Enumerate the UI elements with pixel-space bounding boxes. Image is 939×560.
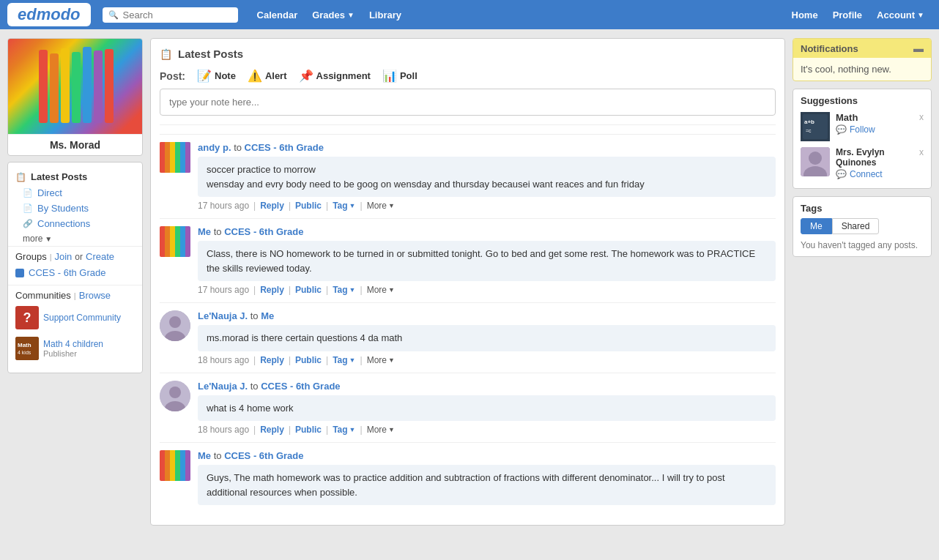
- sep3: |: [326, 285, 328, 295]
- post-author-link[interactable]: Le'Nauja J.: [198, 310, 248, 321]
- post-input-wrap: [160, 89, 776, 125]
- tags-card: Tags Me Shared You haven't tagged any po…: [793, 196, 932, 257]
- post-target-link[interactable]: CCES - 6th Grade: [245, 142, 324, 153]
- tag-tab-shared[interactable]: Shared: [832, 218, 880, 234]
- post-target-link[interactable]: CCES - 6th Grade: [261, 381, 340, 392]
- post-more-link[interactable]: More▼: [367, 285, 395, 295]
- svg-rect-2: [61, 48, 70, 123]
- follow-icon: 💬: [836, 124, 847, 135]
- group-color-dot: [15, 269, 24, 277]
- tag-chevron-icon: ▼: [349, 202, 356, 209]
- community-item-support[interactable]: ? Support Community: [15, 304, 135, 332]
- group-name: CCES - 6th Grade: [29, 267, 106, 278]
- post-header: andy p. to CCES - 6th Grade: [198, 142, 776, 153]
- svg-rect-33: [185, 450, 190, 481]
- groups-join-link[interactable]: Join: [55, 251, 73, 262]
- post-header: Le'Nauja J. to Me: [198, 310, 776, 321]
- post-author-link[interactable]: Le'Nauja J.: [198, 381, 248, 392]
- tag-chevron-icon: ▼: [349, 286, 356, 294]
- community-item-math[interactable]: Math4 kids Math 4 children Publisher: [15, 335, 135, 362]
- nav-dropdown-grades[interactable]: Grades ▼: [305, 5, 362, 25]
- svg-rect-7: [15, 337, 39, 360]
- svg-rect-13: [175, 142, 180, 173]
- svg-rect-21: [185, 226, 190, 257]
- posts-card: 📋 Latest Posts Post: 📝 Note ⚠️ Alert: [150, 38, 785, 526]
- sep3: |: [326, 201, 328, 211]
- groups-create-link[interactable]: Create: [86, 251, 114, 262]
- search-input[interactable]: [123, 10, 218, 20]
- notifications-body: It's cool, nothing new.: [793, 58, 931, 81]
- profile-card: Ms. Morad: [7, 38, 143, 156]
- svg-rect-14: [180, 142, 185, 173]
- more-chevron-icon: ▼: [388, 426, 395, 433]
- tags-title: Tags: [801, 203, 924, 214]
- post-tag-link[interactable]: Tag▼: [333, 285, 355, 295]
- post-reply-link[interactable]: Reply: [260, 425, 284, 435]
- post-public-link[interactable]: Public: [295, 425, 322, 435]
- sidebar-item-connections[interactable]: 🔗 Connections: [8, 216, 142, 231]
- nav-link-library[interactable]: Library: [362, 5, 409, 25]
- post-public-link[interactable]: Public: [295, 285, 322, 295]
- tag-chevron-icon: ▼: [349, 426, 356, 433]
- svg-rect-19: [175, 226, 180, 257]
- post-author-link[interactable]: Me: [198, 450, 211, 461]
- alert-icon: ⚠️: [248, 69, 262, 83]
- left-sidebar: Ms. Morad 📋 Latest Posts 📄 Direct 📄 By S…: [7, 38, 143, 373]
- nav-dropdown-account[interactable]: Account ▼: [869, 5, 932, 25]
- post-target-link[interactable]: Me: [261, 310, 274, 321]
- post-reply-link[interactable]: Reply: [260, 285, 284, 295]
- post-item: Me to CCES - 6th Grade Guys, The math ho…: [160, 442, 776, 516]
- community-math-sub: Publisher: [43, 349, 103, 358]
- notifications-minimize-icon[interactable]: ▬: [913, 42, 924, 54]
- post-types-row: 📝 Note ⚠️ Alert 📌 Assignment 📊 Poll: [197, 69, 417, 83]
- group-item[interactable]: CCES - 6th Grade: [15, 265, 135, 280]
- post-time: 17 hours ago: [198, 285, 249, 295]
- more-posts-link[interactable]: more ▼: [8, 231, 142, 246]
- post-target-link[interactable]: CCES - 6th Grade: [224, 450, 303, 461]
- post-time: 17 hours ago: [198, 201, 249, 211]
- post-type-assignment[interactable]: 📌 Assignment: [299, 69, 371, 83]
- sep3: |: [326, 425, 328, 435]
- logo-text: edmodo: [18, 5, 81, 23]
- nav-link-profile[interactable]: Profile: [825, 5, 869, 25]
- post-target-link[interactable]: CCES - 6th Grade: [224, 226, 303, 237]
- suggestion-math-info: Math 💬 Follow: [836, 112, 924, 135]
- post-body: Class, there is NO homework to be turned…: [198, 241, 776, 281]
- logo-wrap[interactable]: edmodo: [7, 3, 91, 26]
- post-input[interactable]: [160, 89, 776, 116]
- svg-rect-20: [180, 226, 185, 257]
- post-tag-link[interactable]: Tag▼: [333, 425, 355, 435]
- post-author-link[interactable]: Me: [198, 226, 211, 237]
- sep4: |: [360, 425, 363, 435]
- post-more-link[interactable]: More▼: [367, 355, 395, 365]
- tag-tab-me[interactable]: Me: [801, 218, 832, 234]
- post-type-alert[interactable]: ⚠️ Alert: [248, 69, 287, 83]
- post-type-note[interactable]: 📝 Note: [197, 69, 236, 83]
- community-support-name: Support Community: [43, 313, 121, 323]
- post-public-link[interactable]: Public: [295, 355, 322, 365]
- post-type-poll[interactable]: 📊 Poll: [382, 69, 417, 83]
- nav-link-home[interactable]: Home: [784, 5, 825, 25]
- post-author-link[interactable]: andy p.: [198, 142, 231, 153]
- sep4: |: [360, 285, 363, 295]
- post-more-link[interactable]: More▼: [367, 201, 395, 211]
- post-reply-link[interactable]: Reply: [260, 201, 284, 211]
- account-chevron-icon: ▼: [917, 11, 924, 19]
- communities-browse-link[interactable]: Browse: [79, 290, 111, 301]
- post-tag-link[interactable]: Tag▼: [333, 355, 355, 365]
- post-reply-link[interactable]: Reply: [260, 355, 284, 365]
- sidebar-item-by-students[interactable]: 📄 By Students: [8, 201, 142, 216]
- post-more-link[interactable]: More▼: [367, 425, 395, 435]
- suggestion-math-follow[interactable]: 💬 Follow: [836, 124, 924, 135]
- sidebar-item-direct[interactable]: 📄 Direct: [8, 185, 142, 201]
- svg-rect-12: [170, 142, 175, 173]
- grades-label: Grades: [312, 10, 345, 20]
- post-public-link[interactable]: Public: [295, 201, 322, 211]
- nav-link-calendar[interactable]: Calendar: [250, 5, 305, 25]
- posts-card-header: 📋 Latest Posts: [160, 48, 776, 60]
- assignment-icon: 📌: [299, 69, 313, 83]
- post-tag-link[interactable]: Tag▼: [333, 201, 355, 211]
- suggestion-close-icon[interactable]: x: [919, 147, 924, 157]
- suggestion-close-icon[interactable]: x: [919, 112, 924, 122]
- suggestion-person-connect[interactable]: 💬 Connect: [836, 169, 924, 179]
